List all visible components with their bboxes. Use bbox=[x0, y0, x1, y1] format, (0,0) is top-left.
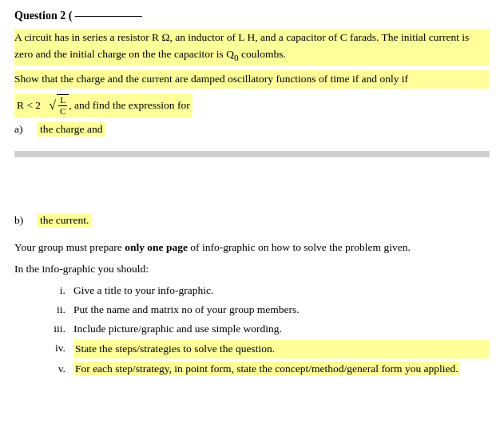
sqrt-wrapper: √ L C bbox=[41, 94, 69, 117]
part-b-text: the current. bbox=[37, 213, 92, 228]
list-item-ii: ii. Put the name and matrix no of your g… bbox=[38, 302, 490, 319]
list-container: i. Give a title to your info-graphic. ii… bbox=[38, 283, 490, 378]
list-item-i: i. Give a title to your info-graphic. bbox=[38, 283, 490, 299]
spacer bbox=[14, 157, 490, 205]
roman-i: i. bbox=[38, 283, 73, 299]
part-a-label: a) bbox=[14, 123, 37, 136]
list-content-ii: Put the name and matrix no of your group… bbox=[73, 302, 490, 319]
para2-block: Show that the charge and the current are… bbox=[14, 70, 490, 89]
list-item-v: v. For each step/strategy, in point form… bbox=[38, 361, 490, 378]
sqrt-content: L C bbox=[57, 94, 69, 117]
instructions-post: of info-graphic on how to solve the prob… bbox=[188, 241, 411, 253]
list-item-iv: iv. State the steps/strategies to solve … bbox=[38, 340, 490, 359]
question-number: Question 2 ( bbox=[14, 10, 72, 22]
roman-ii: ii. bbox=[38, 302, 73, 319]
instructions-block: Your group must prepare only one page of… bbox=[14, 239, 490, 256]
sqrt-numerator: L bbox=[58, 95, 67, 106]
question-header-dashes: —————— bbox=[72, 10, 142, 22]
formula-prefix: R < 2 bbox=[17, 99, 41, 112]
list-v-highlight: For each step/strategy, in point form, s… bbox=[73, 362, 460, 375]
instructions-pre: Your group must prepare bbox=[14, 241, 125, 253]
part-a: a) the charge and bbox=[14, 122, 490, 137]
list-content-iv: State the steps/strategies to solve the … bbox=[73, 340, 490, 359]
question-header: Question 2 ( —————— bbox=[14, 10, 490, 22]
para1-block: A circuit has in series a resistor R Ω, … bbox=[14, 29, 490, 65]
list-content-i: Give a title to your info-graphic. bbox=[73, 283, 490, 299]
list-item-iii: iii. Include picture/graphic and use sim… bbox=[38, 321, 490, 338]
sqrt-symbol: √ bbox=[49, 99, 56, 112]
formula-suffix: , and find the expression for bbox=[69, 99, 189, 112]
instructions-bold: only one page bbox=[125, 241, 188, 253]
roman-v: v. bbox=[38, 361, 73, 378]
list-content-iii: Include picture/graphic and use simple w… bbox=[73, 321, 490, 338]
instructions-line2: In the info-graphic you should: bbox=[14, 261, 490, 278]
part-b-label: b) bbox=[14, 214, 37, 227]
para2-text: Show that the charge and the current are… bbox=[14, 73, 408, 85]
part-a-text: the charge and bbox=[37, 122, 105, 137]
formula-highlight: R < 2 √ L C , and find the expression fo… bbox=[14, 93, 192, 117]
para1-end: coulombs. bbox=[239, 48, 286, 60]
list-content-v: For each step/strategy, in point form, s… bbox=[73, 361, 490, 378]
roman-iii: iii. bbox=[38, 321, 73, 338]
formula-line: R < 2 √ L C , and find the expression fo… bbox=[14, 93, 490, 117]
sqrt-denominator: C bbox=[58, 106, 67, 117]
roman-iv: iv. bbox=[38, 340, 73, 359]
section-divider bbox=[14, 151, 490, 157]
part-b: b) the current. bbox=[14, 213, 490, 228]
